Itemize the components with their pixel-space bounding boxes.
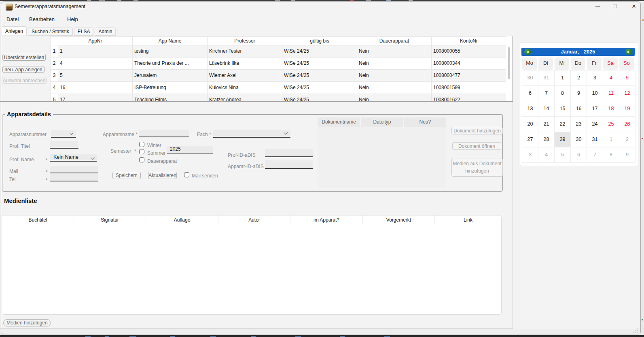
dauerapparat-radio[interactable] bbox=[139, 157, 144, 162]
column-dokumentname[interactable]: Dokumentname bbox=[318, 117, 360, 127]
calendar-day[interactable]: 4 bbox=[538, 147, 555, 163]
minimize-button[interactable] bbox=[589, 1, 606, 11]
calendar-day[interactable]: 14 bbox=[538, 101, 555, 117]
calendar-next-button[interactable]: ► bbox=[625, 49, 632, 55]
calendar-day[interactable]: 3 bbox=[587, 70, 603, 86]
calendar-day[interactable]: 19 bbox=[619, 101, 636, 117]
table-row[interactable]: 1 1 testing Kirchner Tester WiSe 24/25 N… bbox=[51, 45, 506, 58]
dokument-oeffnen-button[interactable]: Dokument öffnen bbox=[452, 142, 501, 150]
column-professor[interactable]: Professor bbox=[208, 37, 282, 45]
calendar-day[interactable]: 3 bbox=[522, 147, 538, 163]
calendar-day[interactable]: 23 bbox=[571, 117, 587, 132]
speichern-button[interactable]: Speichern bbox=[112, 172, 141, 179]
calendar-day[interactable]: 9 bbox=[571, 86, 587, 101]
calendar-day[interactable]: 16 bbox=[571, 101, 587, 117]
tab-admin[interactable]: Admin bbox=[95, 28, 116, 36]
calendar-prev-button[interactable]: ◄ bbox=[524, 49, 531, 55]
calendar-day[interactable]: 5 bbox=[619, 70, 636, 86]
menu-help[interactable]: Help bbox=[67, 16, 78, 22]
fach-select[interactable] bbox=[213, 130, 290, 138]
calendar-day[interactable]: 9 bbox=[619, 147, 636, 163]
tab-elsa[interactable]: ELSA bbox=[74, 28, 94, 36]
table-row[interactable]: 2 4 Theorie und Praxis der ... Lüsebrink… bbox=[51, 58, 506, 70]
table-row[interactable]: 3 5 Jerusalem Wiemer Axel WiSe 24/25 Nei… bbox=[51, 70, 506, 82]
medien-column-header[interactable]: Link bbox=[435, 215, 501, 225]
close-button[interactable]: ✕ bbox=[626, 1, 642, 11]
mail-senden-radio[interactable] bbox=[184, 172, 189, 177]
medien-column-header[interactable]: Autor bbox=[218, 215, 290, 225]
calendar-day[interactable]: 1 bbox=[555, 70, 571, 86]
calendar-day[interactable]: 20 bbox=[522, 117, 538, 132]
calendar-day[interactable]: 27 bbox=[522, 132, 538, 147]
apparatsnummer-select[interactable] bbox=[51, 130, 76, 138]
calendar-day[interactable]: 17 bbox=[587, 101, 603, 117]
calendar-day[interactable]: 10 bbox=[587, 86, 603, 101]
column-dateityp[interactable]: Dateityp bbox=[361, 117, 403, 127]
calendar-day[interactable]: 15 bbox=[555, 101, 571, 117]
prof-name-select[interactable]: Kein Name bbox=[50, 154, 97, 162]
medien-hinzufuegen-button[interactable]: Medien hinzufügen bbox=[3, 319, 51, 326]
calendar-day[interactable]: 2 bbox=[571, 70, 587, 86]
medien-column-header[interactable]: Buchtitel bbox=[2, 215, 74, 225]
calendar-day[interactable]: 6 bbox=[571, 147, 587, 163]
menu-datei[interactable]: Datei bbox=[6, 16, 19, 22]
calendar-day[interactable]: 21 bbox=[538, 117, 555, 132]
table-row[interactable]: 5 17 Teaching Films Kratzer Andrea WiSe … bbox=[51, 94, 506, 101]
calendar-day[interactable]: 7 bbox=[587, 147, 603, 163]
jahr-input[interactable]: 2025 bbox=[167, 146, 213, 154]
calendar-day[interactable]: 30 bbox=[522, 70, 538, 86]
apparat-id-input[interactable] bbox=[265, 160, 313, 169]
medien-column-header[interactable]: Vorgemerkt bbox=[363, 215, 435, 225]
column-kontonr[interactable]: KontoNr bbox=[432, 37, 506, 45]
auswahl-abbrechen-button[interactable]: Auswahl abbrechen bbox=[2, 77, 47, 84]
calendar-day[interactable]: 24 bbox=[587, 117, 603, 132]
column-gueltigbis[interactable]: gültig bis bbox=[282, 37, 357, 45]
medien-column-header[interactable]: Auflage bbox=[146, 215, 218, 225]
calendar-day[interactable]: 25 bbox=[603, 117, 619, 132]
uebersicht-erstellen-button[interactable]: Übersicht erstellen bbox=[2, 54, 46, 61]
medien-column-header[interactable]: im Apparat? bbox=[290, 215, 363, 225]
tab-suchen-statistik[interactable]: Suchen / Statistik bbox=[28, 28, 73, 36]
calendar-day[interactable]: 18 bbox=[603, 101, 619, 117]
calendar-day[interactable]: 4 bbox=[603, 70, 619, 86]
dokument-hinzufuegen-button[interactable]: Dokument hinzufügen bbox=[451, 127, 503, 134]
calendar-day[interactable]: 30 bbox=[571, 132, 587, 147]
calendar-day[interactable]: 8 bbox=[603, 147, 619, 163]
medien-aus-dokument-button[interactable]: Medien aus Dokument hinzufügen bbox=[451, 158, 503, 177]
calendar-day[interactable]: 22 bbox=[555, 117, 571, 132]
menu-bearbeiten[interactable]: Bearbeiten bbox=[29, 16, 55, 22]
splitter-line[interactable] bbox=[0, 101, 513, 102]
column-appname[interactable]: App Name bbox=[133, 37, 208, 45]
calendar-day[interactable]: 13 bbox=[522, 101, 538, 117]
prof-titel-input[interactable] bbox=[50, 141, 78, 149]
column-appnr[interactable]: AppNr bbox=[58, 37, 133, 45]
calendar-year[interactable]: 2025 bbox=[584, 49, 595, 55]
calendar-day[interactable]: 7 bbox=[538, 86, 555, 101]
calendar-day[interactable]: 31 bbox=[587, 132, 603, 147]
calendar-day[interactable]: 6 bbox=[522, 86, 538, 101]
medien-column-header[interactable]: Signatur bbox=[74, 215, 146, 225]
calendar-day[interactable]: 28 bbox=[538, 132, 555, 147]
neu-app-anlegen-button[interactable]: neu. App anlegen bbox=[2, 66, 44, 73]
calendar-day[interactable]: 26 bbox=[619, 117, 636, 132]
tel-input[interactable] bbox=[50, 174, 98, 181]
tab-anlegen[interactable]: Anlegen bbox=[2, 26, 27, 36]
apparatsname-input[interactable] bbox=[139, 130, 189, 137]
calendar-month[interactable]: Januar bbox=[561, 49, 578, 55]
calendar-day[interactable]: 31 bbox=[538, 70, 555, 86]
column-dauerapparat[interactable]: Dauerapparat bbox=[357, 37, 432, 45]
maximize-button[interactable] bbox=[607, 1, 623, 11]
calendar-day[interactable]: 11 bbox=[603, 86, 619, 101]
calendar-day[interactable]: 5 bbox=[555, 147, 571, 163]
sommer-radio[interactable] bbox=[139, 149, 144, 154]
calendar-day[interactable]: 1 bbox=[603, 132, 619, 147]
prof-id-input[interactable] bbox=[265, 149, 313, 157]
calendar-day[interactable]: 12 bbox=[619, 86, 636, 101]
aktualisieren-button[interactable]: Aktualisieren bbox=[148, 172, 177, 179]
winter-radio[interactable] bbox=[139, 142, 144, 147]
table-scrollbar-thumb[interactable] bbox=[508, 47, 510, 79]
table-row[interactable]: 4 16 ISP-Betreuung Kulovics Nina WiSe 24… bbox=[51, 82, 506, 94]
calendar-day[interactable]: 8 bbox=[555, 86, 571, 101]
calendar-day[interactable]: 29 bbox=[555, 132, 571, 147]
calendar-day[interactable]: 2 bbox=[619, 132, 636, 147]
